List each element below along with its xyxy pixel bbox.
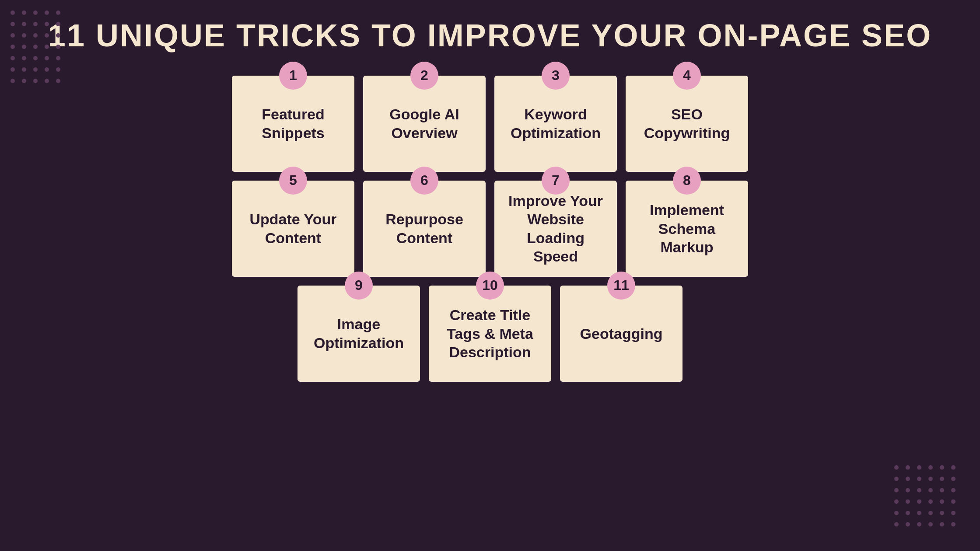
card-wrapper-6: 6Repurpose Content (363, 181, 486, 277)
card-number-5: 5 (279, 167, 307, 195)
card-10: Create Title Tags & Meta Description (429, 286, 551, 382)
card-wrapper-4: 4SEO Copywriting (626, 76, 748, 172)
card-number-7: 7 (542, 167, 570, 195)
card-number-8: 8 (673, 167, 701, 195)
card-text-3: Keyword Optimization (503, 105, 608, 142)
card-wrapper-5: 5Update Your Content (232, 181, 354, 277)
card-row-3: 9Image Optimization10Create Title Tags &… (298, 286, 682, 382)
decorative-dots-top-left (0, 0, 79, 96)
card-wrapper-1: 1Featured Snippets (232, 76, 354, 172)
card-row-1: 1Featured Snippets2Google AI Overview3Ke… (232, 76, 748, 172)
card-number-9: 9 (345, 272, 373, 300)
card-text-4: SEO Copywriting (634, 105, 739, 142)
card-number-10: 10 (476, 272, 504, 300)
card-text-10: Create Title Tags & Meta Description (438, 306, 542, 362)
main-container: 11 UNIQUE TRICKS TO IMPROVE YOUR ON-PAGE… (0, 0, 980, 382)
card-text-9: Image Optimization (306, 315, 411, 352)
cards-grid: 1Featured Snippets2Google AI Overview3Ke… (232, 76, 748, 382)
card-text-5: Update Your Content (241, 210, 346, 247)
card-wrapper-9: 9Image Optimization (298, 286, 420, 382)
card-7: Improve Your Website Loading Speed (494, 181, 617, 277)
card-11: Geotagging (560, 286, 682, 382)
card-9: Image Optimization (298, 286, 420, 382)
card-number-6: 6 (410, 167, 438, 195)
card-wrapper-10: 10Create Title Tags & Meta Description (429, 286, 551, 382)
card-text-1: Featured Snippets (241, 105, 346, 142)
card-1: Featured Snippets (232, 76, 354, 172)
card-3: Keyword Optimization (494, 76, 617, 172)
card-text-6: Repurpose Content (372, 210, 477, 247)
card-4: SEO Copywriting (626, 76, 748, 172)
card-6: Repurpose Content (363, 181, 486, 277)
card-wrapper-8: 8Implement Schema Markup (626, 181, 748, 277)
decorative-dots-bottom-right (884, 455, 980, 551)
card-2: Google AI Overview (363, 76, 486, 172)
page-title: 11 UNIQUE TRICKS TO IMPROVE YOUR ON-PAGE… (48, 17, 932, 54)
card-number-4: 4 (673, 62, 701, 90)
card-number-11: 11 (607, 272, 635, 300)
card-wrapper-11: 11Geotagging (560, 286, 682, 382)
card-text-2: Google AI Overview (372, 105, 477, 142)
card-number-2: 2 (410, 62, 438, 90)
card-wrapper-3: 3Keyword Optimization (494, 76, 617, 172)
card-number-3: 3 (542, 62, 570, 90)
card-8: Implement Schema Markup (626, 181, 748, 277)
card-wrapper-2: 2Google AI Overview (363, 76, 486, 172)
card-row-2: 5Update Your Content6Repurpose Content7I… (232, 181, 748, 277)
card-text-8: Implement Schema Markup (634, 201, 739, 257)
card-wrapper-7: 7Improve Your Website Loading Speed (494, 181, 617, 277)
card-text-11: Geotagging (580, 324, 663, 343)
card-5: Update Your Content (232, 181, 354, 277)
card-text-7: Improve Your Website Loading Speed (503, 192, 608, 266)
card-number-1: 1 (279, 62, 307, 90)
